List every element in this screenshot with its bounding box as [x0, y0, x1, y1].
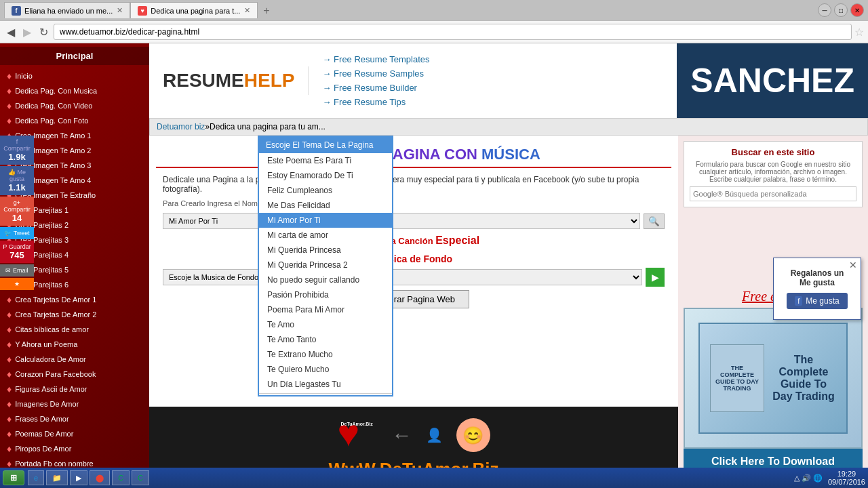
theme-select-dropdown[interactable]: Escoje El Tema De La Pagina Mi Amor Por … [163, 213, 640, 229]
dropdown-item-1[interactable]: Estoy Enamorado De Ti [259, 168, 392, 183]
start-button[interactable]: ⊞ [3, 470, 24, 485]
person-icon: 😊 [456, 418, 490, 452]
bullet-icon: ♦ [7, 324, 12, 335]
search-box: Buscar en este sitio Formulario para bus… [684, 141, 863, 207]
clock[interactable]: 19:29 09/07/2016 [828, 470, 865, 486]
taskbar-chrome[interactable]: ⬤ [90, 470, 110, 485]
back-button[interactable]: ◀ [4, 24, 18, 40]
dropdown-item-11[interactable]: Te Amo [259, 317, 392, 332]
theme-select-row: Escoje El Tema De La Pagina Mi Amor Por … [163, 213, 665, 229]
sidebar-item-tarjetas2[interactable]: ♦Crea Tarjetas De Amor 2 [0, 307, 149, 322]
taskbar-explorer[interactable]: 📁 [46, 470, 68, 485]
sidebar-item-calculadora[interactable]: ♦Calculadora De Amor [0, 352, 149, 367]
play-button[interactable]: ▶ [646, 268, 665, 287]
sidebar-label: Poemas De Amor [15, 430, 73, 438]
sidebar-label: Calculadora De Amor [15, 355, 86, 363]
ad-link-samples[interactable]: Free Resume Samples [322, 68, 429, 79]
dropdown-item-0[interactable]: Este Poema Es Para Ti [259, 153, 392, 168]
new-tab-button[interactable]: + [258, 3, 275, 18]
like-popup: ✕ Regalanos un Me gusta f Me gusta [773, 258, 861, 320]
breadcrumb-site-link[interactable]: Detuamor biz [157, 122, 205, 131]
twitter-share[interactable]: 🐦 Tweet [0, 227, 34, 239]
sidebar-item-inicio[interactable]: ♦Inicio [0, 68, 149, 83]
pinterest-share[interactable]: P Guardar 745 [0, 241, 34, 263]
ie-icon: e [34, 474, 38, 482]
ad-link-templates[interactable]: Free Resume Templates [322, 54, 429, 64]
dropdown-item-6[interactable]: Mi Querida Princesa [259, 243, 392, 258]
nav-bar: ◀ ▶ ↻ ☆ [0, 20, 868, 43]
sidebar-item-tarjetas1[interactable]: ♦Crea Tarjetas De Amor 1 [0, 292, 149, 307]
dropdown-item-2[interactable]: Feliz Cumpleanos [259, 183, 392, 198]
ebook-cover[interactable]: THE COMPLETE GUIDE TO DAY TRADING The Co… [684, 308, 863, 449]
sidebar-item-citas[interactable]: ♦Citas bíblicas de amor [0, 322, 149, 337]
facebook-share[interactable]: f Compartir 1.9k [0, 136, 34, 165]
like-popup-close-button[interactable]: ✕ [849, 260, 857, 270]
search-input[interactable] [690, 186, 856, 201]
tab-amor[interactable]: ♥ Dedica una pagina para t... ✕ [130, 2, 258, 18]
dropdown-item-10[interactable]: Poema Para Mi Amor [259, 302, 392, 317]
bookmark-star-icon[interactable]: ☆ [854, 26, 864, 39]
dropdown-item-15[interactable]: Un Día Llegastes Tu [259, 377, 392, 392]
sidebar-item-figuras[interactable]: ♦Figuras Ascii de Amor [0, 382, 149, 396]
tab-favicon-fb: f [12, 6, 21, 16]
fb-like-count: 1.1k [3, 182, 31, 192]
sidebar-item-imagenes[interactable]: ♦Imagenes De Amor [0, 396, 149, 411]
dropdown-item-7[interactable]: Mi Querida Princesa 2 [259, 258, 392, 272]
sidebar-item-musica[interactable]: ♦Dedica Pag. Con Musica [0, 83, 149, 98]
social-share-panel: f Compartir 1.9k 👍 Me gusta 1.1k g+ Comp… [0, 136, 34, 291]
facebook-like[interactable]: 👍 Me gusta 1.1k [0, 166, 34, 195]
forward-button[interactable]: ▶ [20, 24, 34, 40]
sidebar-label: Frases De Amor [15, 415, 68, 423]
refresh-button[interactable]: ↻ [37, 24, 51, 40]
sidebar-item-poema[interactable]: ♦Y Ahora un Poema [0, 337, 149, 352]
maximize-button[interactable]: □ [834, 3, 848, 17]
taskbar-ccleaner1[interactable]: C [112, 470, 130, 485]
sidebar-label: Crea Tarjetas De Amor 1 [15, 296, 96, 304]
tab-label-fb: Eliana ha enviado un me... [24, 7, 113, 15]
pinterest-count: 745 [3, 250, 31, 260]
like-button[interactable]: f Me gusta [787, 293, 847, 309]
page-title-musica: MÚSICA [481, 146, 540, 163]
sidebar-item-frases[interactable]: ♦Frases De Amor [0, 411, 149, 426]
dropdown-item-8[interactable]: No puedo seguir callando [259, 272, 392, 287]
sidebar-item-video[interactable]: ♦Dedica Pag. Con Video [0, 98, 149, 113]
media-icon: ▶ [76, 474, 81, 483]
tab-close-fb[interactable]: ✕ [117, 6, 123, 15]
tab-close-amor[interactable]: ✕ [244, 6, 250, 15]
email-share[interactable]: ✉ Email [0, 264, 34, 277]
resume-help-ad[interactable]: RESUME HELP [149, 66, 309, 95]
sidebar-label-video: Dedica Pag. Con Video [15, 102, 92, 110]
dropdown-item-12[interactable]: Te Amo Tanto [259, 332, 392, 347]
sanchez-logo: SANCHEZ [677, 43, 868, 118]
gplus-share[interactable]: g+ Compartir 14 [0, 197, 34, 226]
dropdown-item-3[interactable]: Me Das Felicidad [259, 198, 392, 213]
ad-link-tips[interactable]: Free Resume Tips [322, 97, 429, 107]
ebook-book-cover: THE COMPLETE GUIDE TO DAY TRADING [710, 344, 764, 412]
sidebar-item-corazon[interactable]: ♦Corazon Para Facebook [0, 367, 149, 382]
taskbar-media[interactable]: ▶ [70, 470, 87, 485]
dropdown-item-9[interactable]: Pasión Prohibida [259, 287, 392, 302]
dropdown-item-5[interactable]: Mi carta de amor [259, 228, 392, 243]
address-bar[interactable] [54, 24, 852, 40]
dropdown-item-14[interactable]: Te Quiero Mucho [259, 362, 392, 377]
like-button-label: Me gusta [806, 296, 839, 306]
sidebar-label-inicio: Inicio [15, 72, 33, 80]
sidebar-item-piropos[interactable]: ♦Piropos De Amor [0, 441, 149, 456]
minimize-button[interactable]: ─ [818, 3, 831, 17]
tab-facebook[interactable]: f Eliana ha enviado un me... ✕ [4, 2, 130, 18]
tabs-container: f Eliana ha enviado un me... ✕ ♥ Dedica … [4, 2, 812, 18]
search-button[interactable]: 🔍 [644, 214, 665, 229]
ccleaner-icon: C [118, 474, 123, 482]
tab-label-amor: Dedica una pagina para t... [151, 7, 240, 15]
taskbar-ie[interactable]: e [28, 470, 44, 485]
sidebar-item-poemas[interactable]: ♦Poemas De Amor [0, 426, 149, 441]
ad-link-builder[interactable]: Free Resume Builder [322, 83, 429, 93]
dropdown-item-13[interactable]: Te Extrano Mucho [259, 347, 392, 362]
close-button[interactable]: ✕ [850, 3, 864, 17]
sidebar-item-foto[interactable]: ♦Dedica Pag. Con Foto [0, 113, 149, 128]
form-area: Dedicale una Pagina a la persona que mas… [156, 168, 671, 319]
taskbar-ccleaner2[interactable]: C [132, 470, 149, 485]
dropdown-item-4[interactable]: Mi Amor Por Ti [259, 213, 392, 228]
music-select-dropdown[interactable]: Escoje la Musica de Fondo [163, 269, 642, 285]
star-share[interactable]: ★ [0, 278, 34, 290]
